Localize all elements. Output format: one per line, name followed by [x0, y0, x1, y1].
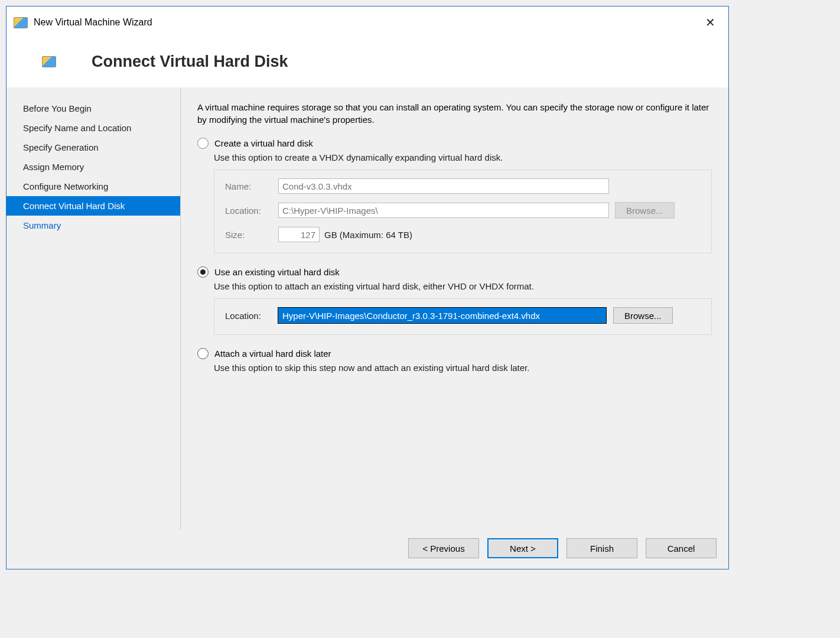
option-later: Attach a virtual hard disk later Use thi… — [197, 348, 712, 373]
option-later-desc: Use this option to skip this step now an… — [214, 363, 712, 373]
create-location-label: Location: — [225, 206, 278, 216]
option-create-desc: Use this option to create a VHDX dynamic… — [214, 152, 712, 162]
radio-later[interactable] — [197, 348, 209, 359]
wizard-body: Before You Begin Specify Name and Locati… — [6, 87, 728, 530]
sidebar-item-configure-networking[interactable]: Configure Networking — [6, 177, 180, 196]
create-location-input — [278, 203, 609, 218]
cancel-button[interactable]: Cancel — [646, 538, 717, 558]
next-button[interactable]: Next > — [487, 538, 558, 558]
wizard-window: New Virtual Machine Wizard ✕ Connect Vir… — [6, 6, 729, 569]
create-name-input — [278, 178, 609, 194]
previous-button[interactable]: < Previous — [408, 538, 479, 558]
finish-button[interactable]: Finish — [566, 538, 637, 558]
option-existing: Use an existing virtual hard disk Use th… — [197, 266, 712, 335]
create-size-suffix: GB (Maximum: 64 TB) — [324, 230, 412, 240]
create-form-box: Name: Location: Browse... Size: GB (Maxi… — [214, 170, 712, 253]
sidebar-item-before-you-begin[interactable]: Before You Begin — [6, 99, 180, 118]
titlebar: New Virtual Machine Wizard ✕ — [6, 6, 728, 38]
radio-create[interactable] — [197, 138, 209, 149]
radio-existing[interactable] — [197, 266, 209, 278]
existing-form-box: Location: Browse... — [214, 298, 712, 335]
sidebar-item-specify-generation[interactable]: Specify Generation — [6, 138, 180, 157]
sidebar-item-specify-name[interactable]: Specify Name and Location — [6, 118, 180, 138]
sidebar-item-connect-vhd[interactable]: Connect Virtual Hard Disk — [6, 196, 180, 216]
wizard-sidebar: Before You Begin Specify Name and Locati… — [6, 88, 181, 530]
page-header: Connect Virtual Hard Disk — [6, 38, 728, 87]
intro-text: A virtual machine requires storage so th… — [197, 101, 712, 126]
sidebar-item-assign-memory[interactable]: Assign Memory — [6, 157, 180, 177]
existing-browse-button[interactable]: Browse... — [613, 307, 673, 324]
create-size-input — [278, 227, 320, 242]
existing-location-label: Location: — [225, 311, 278, 321]
window-title: New Virtual Machine Wizard — [34, 17, 152, 28]
sidebar-item-summary[interactable]: Summary — [6, 216, 180, 235]
app-icon — [14, 17, 28, 28]
create-size-label: Size: — [225, 230, 278, 240]
create-browse-button: Browse... — [615, 202, 675, 219]
radio-later-label: Attach a virtual hard disk later — [214, 349, 331, 359]
create-name-label: Name: — [225, 181, 278, 191]
close-button[interactable]: ✕ — [699, 13, 721, 32]
option-existing-desc: Use this option to attach an existing vi… — [214, 281, 712, 291]
wizard-footer: < Previous Next > Finish Cancel — [6, 530, 728, 569]
existing-location-input[interactable] — [278, 308, 606, 323]
radio-create-label: Create a virtual hard disk — [214, 138, 313, 148]
page-title: Connect Virtual Hard Disk — [92, 53, 288, 71]
option-create: Create a virtual hard disk Use this opti… — [197, 138, 712, 253]
page-header-icon — [42, 56, 56, 67]
radio-existing-label: Use an existing virtual hard disk — [214, 267, 340, 277]
wizard-main: A virtual machine requires storage so th… — [181, 88, 728, 530]
